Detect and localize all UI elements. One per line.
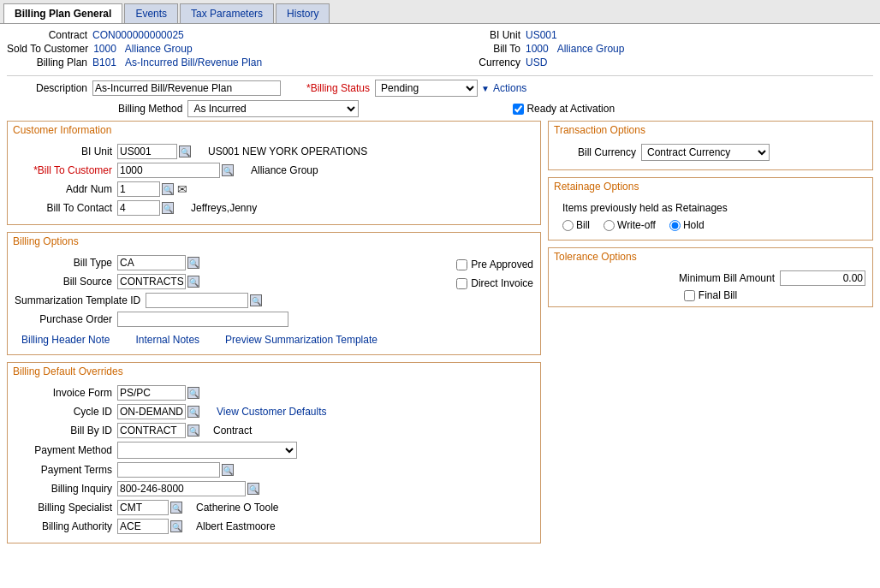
customer-info-title: Customer Information bbox=[8, 122, 540, 139]
left-panel: Customer Information BI Unit 🔍 US001 NEW… bbox=[7, 121, 541, 550]
internal-notes-link[interactable]: Internal Notes bbox=[135, 334, 199, 346]
retainage-bill-radio[interactable] bbox=[562, 220, 574, 231]
billing-authority-row: Billing Authority 🔍 Albert Eastmoore bbox=[15, 519, 533, 534]
addr-envelope-icon[interactable]: ✉ bbox=[177, 182, 187, 196]
billing-defaults-body: Invoice Form 🔍 Cycle ID 🔍 View Customer … bbox=[8, 380, 540, 543]
billing-inquiry-input[interactable] bbox=[117, 481, 246, 496]
pre-approved-label: Pre Approved bbox=[471, 258, 533, 270]
bill-to-contact-name: Jeffreys,Jenny bbox=[191, 202, 257, 214]
bi-unit-ci-name: US001 NEW YORK OPERATIONS bbox=[208, 146, 367, 157]
billing-authority-input[interactable] bbox=[117, 519, 169, 534]
retainage-bill-option[interactable]: Bill bbox=[562, 219, 590, 231]
retainage-items-text: Items previously held as Retainages bbox=[556, 200, 865, 216]
tab-events[interactable]: Events bbox=[124, 3, 178, 23]
bill-type-search-icon[interactable]: 🔍 bbox=[187, 257, 199, 269]
direct-invoice-checkbox[interactable] bbox=[456, 278, 467, 289]
bill-by-id-search-icon[interactable]: 🔍 bbox=[187, 425, 199, 437]
tab-history[interactable]: History bbox=[276, 3, 330, 23]
billing-inquiry-search-icon[interactable]: 🔍 bbox=[247, 483, 259, 495]
bill-type-input[interactable] bbox=[117, 255, 186, 270]
checkboxes-col: Pre Approved Direct Invoice bbox=[448, 255, 533, 330]
final-bill-checkbox[interactable] bbox=[684, 290, 695, 301]
billing-header-note-link[interactable]: Billing Header Note bbox=[21, 334, 110, 346]
billing-plan-value[interactable]: B101 bbox=[92, 56, 116, 68]
cycle-id-input[interactable] bbox=[117, 404, 186, 419]
addr-num-search-icon[interactable]: 🔍 bbox=[162, 183, 174, 195]
bill-to-ci-input[interactable] bbox=[117, 163, 220, 178]
description-label: Description bbox=[7, 82, 92, 94]
payment-terms-search-icon[interactable]: 🔍 bbox=[222, 464, 234, 476]
bi-unit-search-icon[interactable]: 🔍 bbox=[179, 146, 191, 157]
billing-plan-name: As-Incurred Bill/Revenue Plan bbox=[125, 56, 262, 68]
final-bill-row: Final Bill bbox=[556, 289, 865, 301]
retainage-hold-radio[interactable] bbox=[669, 220, 681, 231]
tab-billing-plan-general[interactable]: Billing Plan General bbox=[3, 3, 122, 23]
billing-options-section: Billing Options Bill Type 🔍 Bill Source bbox=[7, 232, 541, 355]
bill-to-contact-input[interactable] bbox=[117, 200, 160, 216]
billing-status-select[interactable]: Pending bbox=[375, 80, 478, 97]
billing-authority-search-icon[interactable]: 🔍 bbox=[170, 520, 182, 532]
customer-info-body: BI Unit 🔍 US001 NEW YORK OPERATIONS *Bil… bbox=[8, 139, 540, 224]
billing-specialist-input[interactable] bbox=[117, 500, 169, 515]
summarization-search-icon[interactable]: 🔍 bbox=[250, 294, 262, 306]
purchase-order-row: Purchase Order bbox=[15, 312, 448, 327]
invoice-form-row: Invoice Form 🔍 bbox=[15, 385, 533, 401]
bill-currency-row: Bill Currency Contract Currency bbox=[556, 144, 865, 161]
retainage-options-body: Items previously held as Retainages Bill… bbox=[549, 195, 872, 240]
billing-options-title: Billing Options bbox=[8, 233, 540, 250]
defaults-left: Invoice Form 🔍 Cycle ID 🔍 View Customer … bbox=[15, 385, 533, 538]
summarization-row: Summarization Template ID 🔍 bbox=[15, 293, 448, 308]
retainage-bill-label: Bill bbox=[576, 219, 590, 231]
main-content: Contract CON000000000025 Sold To Custome… bbox=[0, 24, 880, 555]
bill-currency-select[interactable]: Contract Currency bbox=[641, 144, 770, 161]
cycle-id-search-icon[interactable]: 🔍 bbox=[187, 406, 199, 418]
invoice-form-input[interactable] bbox=[117, 385, 186, 401]
retainage-hold-option[interactable]: Hold bbox=[669, 219, 705, 231]
ready-label: Ready at Activation bbox=[526, 103, 615, 115]
bill-to-contact-row: Bill To Contact 🔍 Jeffreys,Jenny bbox=[15, 200, 533, 216]
summarization-input[interactable] bbox=[146, 293, 248, 308]
preview-summarization-link[interactable]: Preview Summarization Template bbox=[225, 334, 378, 346]
invoice-form-search-icon[interactable]: 🔍 bbox=[187, 387, 199, 399]
retainage-writeoff-radio[interactable] bbox=[604, 220, 615, 231]
description-input[interactable] bbox=[92, 80, 281, 96]
min-bill-input[interactable] bbox=[780, 270, 865, 286]
actions-arrow-icon: ▼ bbox=[481, 84, 490, 93]
billing-specialist-search-icon[interactable]: 🔍 bbox=[170, 502, 182, 514]
bi-unit-ci-input[interactable] bbox=[117, 144, 177, 159]
tab-tax-parameters[interactable]: Tax Parameters bbox=[180, 3, 274, 23]
sold-to-value[interactable]: 1000 bbox=[93, 43, 116, 55]
pre-approved-checkbox[interactable] bbox=[456, 259, 467, 270]
payment-method-label: Payment Method bbox=[15, 444, 117, 456]
payment-method-select[interactable] bbox=[117, 442, 297, 459]
tolerance-options-body: Minimum Bill Amount Final Bill bbox=[549, 265, 872, 306]
bill-to-header-value[interactable]: 1000 bbox=[526, 43, 549, 55]
bill-to-customer-row: *Bill To Customer 🔍 Alliance Group bbox=[15, 163, 533, 178]
bill-source-input[interactable] bbox=[117, 274, 186, 289]
summarization-label: Summarization Template ID bbox=[15, 294, 146, 306]
ready-row: Ready at Activation bbox=[513, 103, 615, 115]
bill-source-search-icon[interactable]: 🔍 bbox=[187, 276, 199, 288]
billing-inquiry-row: Billing Inquiry 🔍 bbox=[15, 481, 533, 496]
billing-plan-label: Billing Plan bbox=[7, 56, 92, 68]
ready-checkbox[interactable] bbox=[513, 104, 524, 115]
retainage-writeoff-option[interactable]: Write-off bbox=[604, 219, 656, 231]
bill-to-contact-search-icon[interactable]: 🔍 bbox=[162, 202, 174, 214]
billing-specialist-name: Catherine O Toole bbox=[196, 502, 279, 514]
bill-to-search-icon[interactable]: 🔍 bbox=[222, 164, 234, 176]
bill-to-contact-label: Bill To Contact bbox=[15, 202, 117, 214]
payment-terms-label: Payment Terms bbox=[15, 464, 117, 476]
billing-method-select[interactable]: As Incurred bbox=[187, 100, 359, 117]
bill-to-ci-label: *Bill To Customer bbox=[15, 164, 117, 176]
payment-terms-input[interactable] bbox=[117, 462, 220, 478]
view-customer-defaults-link[interactable]: View Customer Defaults bbox=[217, 406, 327, 418]
bi-unit-row: BI Unit 🔍 US001 NEW YORK OPERATIONS bbox=[15, 144, 533, 159]
actions-link[interactable]: Actions bbox=[493, 82, 526, 94]
purchase-order-input[interactable] bbox=[117, 312, 288, 327]
transaction-options-body: Bill Currency Contract Currency bbox=[549, 139, 872, 169]
bi-unit-header-value: US001 bbox=[526, 29, 557, 41]
billing-inquiry-label: Billing Inquiry bbox=[15, 483, 117, 495]
addr-num-input[interactable] bbox=[117, 181, 160, 197]
bill-by-id-input[interactable] bbox=[117, 423, 186, 438]
min-bill-row: Minimum Bill Amount bbox=[556, 270, 865, 286]
